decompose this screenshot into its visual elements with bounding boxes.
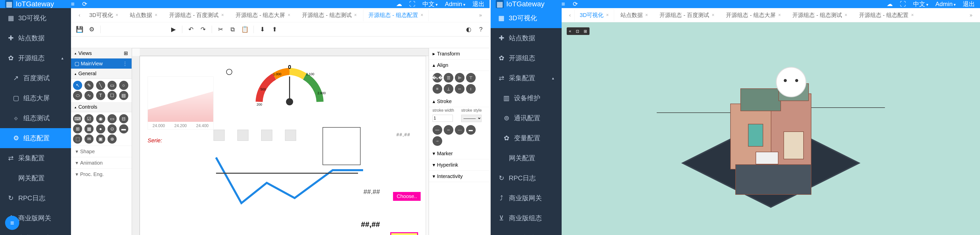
box[interactable] — [261, 130, 272, 141]
sidebar-item[interactable]: ⚙组态配置 — [0, 128, 71, 148]
import-icon[interactable]: ⬇ — [259, 26, 266, 33]
stroke-solid-icon[interactable]: — — [433, 125, 442, 135]
align-top-icon[interactable]: ⊤ — [466, 73, 476, 82]
tab-next-icon[interactable]: » — [476, 12, 484, 18]
play-icon[interactable]: ▶ — [170, 26, 177, 33]
close-icon[interactable]: × — [116, 13, 118, 18]
hash-text-1[interactable]: ##,## — [396, 132, 410, 137]
save-icon[interactable]: 💾 — [76, 26, 83, 33]
help-icon[interactable]: ? — [477, 26, 485, 33]
contrast-icon[interactable]: ◐ — [465, 26, 473, 33]
close-icon[interactable]: × — [421, 13, 423, 18]
tool-image[interactable]: ☐ — [108, 91, 117, 100]
refresh-icon[interactable]: ⟳ — [82, 0, 87, 8]
copy-icon[interactable]: ⧉ — [229, 26, 236, 33]
tab[interactable]: 开源组态 - 百度测试× — [654, 9, 720, 21]
settings-icon[interactable]: ⚙ — [88, 26, 95, 33]
tab[interactable]: 开源组态 - 组态配置× — [854, 9, 919, 21]
ctrl-c[interactable]: ▣ — [96, 134, 105, 144]
mainview-item[interactable]: ▢ MainView⋮ — [71, 58, 132, 69]
align-left-icon[interactable]: �ь� — [433, 73, 442, 82]
gauge-widget[interactable]: 0 200 500 1.000 2.100 2.800 — [249, 61, 330, 107]
menu-toggle-icon[interactable]: ≡ — [71, 0, 75, 8]
refresh-icon[interactable]: ⟳ — [573, 0, 578, 8]
dist-h-icon[interactable]: ↔ — [455, 84, 465, 94]
ctrl-led[interactable]: ● — [96, 125, 105, 134]
ctrl-gauge[interactable]: ◉ — [96, 114, 105, 123]
tab-prev-icon[interactable]: ‹ — [76, 12, 83, 18]
close-icon[interactable]: × — [645, 13, 648, 18]
demo-button[interactable]: button — [390, 232, 418, 235]
sidebar-item[interactable]: ⊻商业版组态 — [491, 208, 562, 228]
tab[interactable]: 开源组态 - 组态大屏× — [230, 9, 296, 21]
sidebar-item[interactable]: ▤教程文档 — [491, 228, 562, 235]
logout-button[interactable]: 退出 — [473, 0, 485, 8]
sidebar-item[interactable]: ⤴商业版网关 — [491, 188, 562, 208]
menu-toggle-icon[interactable]: ≡ — [562, 0, 565, 8]
fullscreen-icon[interactable]: ⛶ — [900, 0, 906, 8]
close-icon[interactable]: × — [221, 13, 224, 18]
tab[interactable]: 开源组态 - 百度测试× — [164, 9, 229, 21]
serie-label[interactable]: Serie: — [148, 137, 162, 144]
ctrl-input[interactable]: ⌨ — [73, 114, 82, 123]
views-header[interactable]: ▴Views⊞ — [71, 48, 132, 58]
close-icon[interactable]: × — [911, 13, 914, 18]
sidebar-item[interactable]: ▦3D可视化 — [491, 8, 562, 28]
sidebar-item[interactable]: ✿开源组态 — [491, 48, 562, 68]
canvas[interactable]: 24.00024.20024.400 0 — [132, 48, 429, 235]
user-menu[interactable]: Admin▾ — [445, 0, 465, 8]
cut-icon[interactable]: ✂ — [217, 26, 224, 33]
ctrl-table[interactable]: ▦ — [84, 125, 94, 134]
tool-ellipse[interactable]: ⬭ — [73, 91, 82, 100]
marker-header[interactable]: ▾Marker — [429, 148, 490, 159]
lang-switch[interactable]: 中文▾ — [422, 0, 438, 8]
controls-header[interactable]: ▴Controls — [71, 102, 132, 112]
dist-v-icon[interactable]: ↕ — [466, 84, 476, 94]
tab[interactable]: 站点数据× — [615, 9, 654, 21]
sidebar-item[interactable]: ✚站点数据 — [491, 28, 562, 48]
align-bottom-icon[interactable]: ⊥ — [444, 84, 453, 94]
sidebar-item[interactable]: ⊚通讯配置 — [491, 108, 562, 128]
tab[interactable]: 站点数据× — [124, 9, 163, 21]
align-center-icon[interactable]: ☰ — [444, 73, 453, 82]
general-header[interactable]: ▴General — [71, 69, 132, 79]
tab[interactable]: 开源组态 - 组态测试× — [787, 9, 853, 21]
3d-viewport[interactable]: «⊡⊞ — [562, 22, 980, 235]
ctrl-checkbox[interactable]: ☑ — [84, 114, 94, 123]
stroke-arrow-icon[interactable]: → — [433, 136, 442, 146]
sidebar-item[interactable]: ▦3D可视化 — [0, 8, 71, 28]
stroke-width-input[interactable] — [433, 115, 453, 122]
hash-text-2[interactable]: ##.## — [363, 188, 380, 196]
sidebar-item[interactable]: 网关配置 — [491, 148, 562, 168]
sidebar-item[interactable]: ⇄采集配置▴ — [491, 68, 562, 88]
stroke-style-select[interactable]: ——— — [461, 115, 482, 122]
cloud-icon[interactable]: ☁ — [887, 0, 893, 8]
close-icon[interactable]: × — [354, 13, 357, 18]
ctrl-slider[interactable]: ⊟ — [119, 114, 128, 123]
stroke-dot-icon[interactable]: ⋯ — [455, 125, 465, 135]
close-icon[interactable]: × — [155, 13, 158, 18]
sidebar-item[interactable]: ⇄采集配置 — [0, 148, 71, 168]
ctrl-progress[interactable]: ▬ — [119, 125, 128, 134]
align-header[interactable]: ▴Align — [429, 60, 490, 71]
ctrl-a[interactable]: ⬚ — [73, 134, 82, 144]
tab[interactable]: 3D可视化× — [84, 9, 124, 21]
box[interactable] — [285, 130, 296, 141]
sidebar-item[interactable]: ↻RPC日志 — [491, 168, 562, 188]
ctrl-chart[interactable]: ⊞ — [73, 125, 82, 134]
sidebar-item[interactable]: ↻RPC日志 — [0, 188, 71, 208]
tool-pointer[interactable]: ↖ — [73, 81, 82, 90]
animation-header[interactable]: ▾Animation — [71, 157, 132, 169]
align-right-icon[interactable]: ⊫ — [455, 73, 465, 82]
tab-prev-icon[interactable]: ‹ — [567, 12, 574, 18]
ctrl-button[interactable]: ▭ — [108, 114, 117, 123]
polyline[interactable] — [211, 153, 363, 218]
sidebar-item[interactable]: ▢组态大屏 — [0, 88, 71, 108]
tool-text[interactable]: T — [96, 91, 105, 100]
export-icon[interactable]: ⬆ — [271, 26, 278, 33]
tab[interactable]: 开源组态 - 组态配置× — [363, 9, 428, 21]
ctrl-switch[interactable]: ⊙ — [108, 125, 117, 134]
tab[interactable]: 开源组态 - 组态大屏× — [721, 9, 786, 21]
sidebar-item[interactable]: 网关配置 — [0, 168, 71, 188]
box[interactable] — [237, 130, 248, 141]
